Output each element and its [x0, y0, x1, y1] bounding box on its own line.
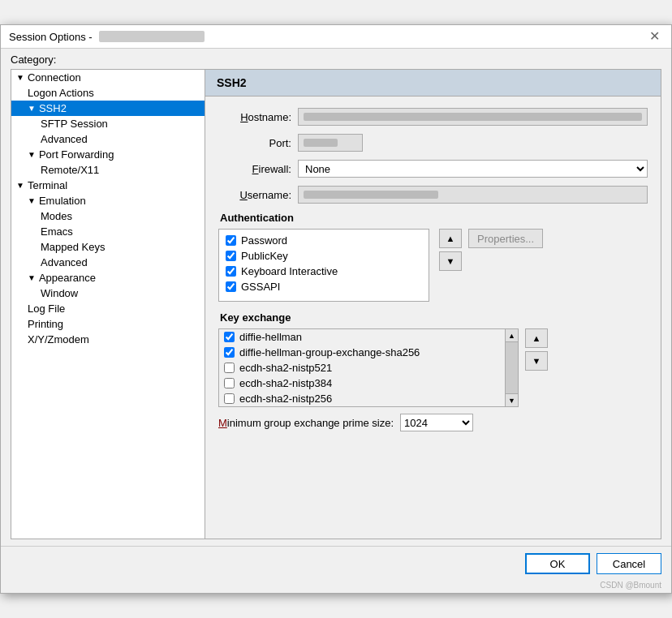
port-input[interactable] — [298, 134, 363, 152]
title-bar-left: Session Options - — [9, 31, 205, 43]
hostname-input[interactable] — [298, 108, 648, 126]
sidebar-item-port-forwarding[interactable]: ▼ Port Forwarding — [11, 147, 205, 162]
sidebar-item-ssh2[interactable]: ▼ SSH2 — [11, 101, 205, 116]
hostname-row: Hostname: — [218, 108, 648, 126]
sidebar-item-advanced-terminal[interactable]: Advanced — [11, 255, 205, 270]
dialog-title-redacted — [99, 31, 205, 42]
close-button[interactable]: ✕ — [646, 30, 663, 43]
auth-checkbox-gssapi[interactable] — [226, 281, 236, 292]
username-input[interactable] — [298, 186, 648, 204]
sidebar-item-label: Remote/X11 — [41, 164, 99, 176]
min-group-row: Minimum group exchange prime size: 512 1… — [218, 414, 648, 431]
sidebar-item-xy-zmodem[interactable]: X/Y/Zmodem — [11, 332, 205, 347]
auth-move-up-button[interactable]: ▲ — [439, 229, 462, 248]
kex-scroll-down-button[interactable]: ▼ — [506, 393, 518, 406]
kex-checkbox-ecdh521[interactable] — [224, 363, 235, 373]
username-row: Username: — [218, 186, 648, 204]
min-group-label: Minimum group exchange prime size: — [218, 417, 394, 429]
dialog-footer: OK Cancel — [1, 546, 671, 581]
sidebar-item-modes[interactable]: Modes — [11, 208, 205, 224]
kex-item-ecdh384: ecdh-sha2-nistp384 — [219, 376, 505, 391]
kex-scroll-up-button[interactable]: ▲ — [506, 329, 518, 342]
watermark: CSDN @Bmount — [1, 581, 671, 593]
auth-list: Password PublicKey Keyboard Interactive — [218, 229, 429, 302]
sidebar: ▼ Connection Logon Actions ▼ SSH2 SFTP S… — [11, 69, 205, 539]
sidebar-item-label: Window — [41, 287, 78, 299]
kex-label-dh-gex: diffie-hellman-group-exchange-sha256 — [239, 346, 420, 358]
kex-scroll-track — [506, 342, 518, 393]
kex-label-dh: diffie-hellman — [239, 331, 302, 343]
auth-item-publickey: PublicKey — [226, 250, 422, 262]
kex-item-dh: diffie-hellman — [219, 329, 505, 345]
kex-arrows: ▲ ▼ — [525, 328, 548, 371]
auth-label-gssapi: GSSAPI — [241, 281, 280, 293]
authentication-section: Authentication Password PublicKey — [218, 212, 648, 302]
auth-buttons: ▲ ▼ — [439, 229, 462, 271]
kex-checkbox-ecdh256[interactable] — [224, 393, 235, 404]
sidebar-item-label: Logon Actions — [28, 87, 94, 99]
sidebar-item-label: X/Y/Zmodem — [28, 333, 89, 345]
kex-item-ecdh521: ecdh-sha2-nistp521 — [219, 360, 505, 376]
sidebar-item-label: Terminal — [28, 179, 67, 191]
cancel-button[interactable]: Cancel — [597, 553, 661, 574]
authentication-row: Password PublicKey Keyboard Interactive — [218, 229, 648, 302]
sidebar-item-remote-x11[interactable]: Remote/X11 — [11, 162, 205, 178]
sidebar-item-label: SFTP Session — [41, 118, 108, 130]
kex-item-dh-gex: diffie-hellman-group-exchange-sha256 — [219, 345, 505, 360]
firewall-select[interactable]: None SOCKS4 SOCKS5 HTTP CONNECT — [298, 160, 648, 178]
hostname-redacted — [304, 113, 642, 121]
content-form: Hostname: Port: — [205, 97, 661, 453]
auth-checkbox-keyboard[interactable] — [226, 266, 236, 277]
sidebar-item-connection[interactable]: ▼ Connection — [11, 70, 205, 85]
title-bar: Session Options - ✕ — [1, 25, 671, 49]
sidebar-item-mapped-keys[interactable]: Mapped Keys — [11, 239, 205, 255]
sidebar-item-emulation[interactable]: ▼ Emulation — [11, 193, 205, 208]
sidebar-item-label: Advanced — [41, 133, 88, 145]
auth-label-publickey: PublicKey — [241, 250, 288, 262]
dialog-body: Category: ▼ Connection Logon Actions ▼ S… — [1, 49, 671, 593]
expand-icon: ▼ — [16, 73, 24, 82]
category-label: Category: — [1, 49, 671, 69]
sidebar-item-label: SSH2 — [39, 102, 67, 114]
firewall-row: Firewall: None SOCKS4 SOCKS5 HTTP CONNEC… — [218, 160, 648, 178]
session-options-dialog: Session Options - ✕ Category: ▼ Connecti… — [0, 24, 672, 594]
auth-checkbox-publickey[interactable] — [226, 251, 236, 261]
key-exchange-label: Key exchange — [218, 311, 648, 324]
kex-move-down-button[interactable]: ▼ — [525, 351, 548, 371]
sidebar-item-terminal[interactable]: ▼ Terminal — [11, 178, 205, 193]
kex-move-up-button[interactable]: ▲ — [525, 328, 548, 348]
sidebar-item-advanced-ssh2[interactable]: Advanced — [11, 131, 205, 147]
properties-button[interactable]: Properties... — [468, 229, 543, 248]
kex-list: diffie-hellman diffie-hellman-group-exch… — [219, 329, 505, 406]
auth-label-password: Password — [241, 234, 287, 247]
sidebar-item-window[interactable]: Window — [11, 285, 205, 301]
sidebar-item-logon-actions[interactable]: Logon Actions — [11, 85, 205, 101]
sidebar-item-label: Port Forwarding — [39, 148, 114, 161]
kex-checkbox-ecdh384[interactable] — [224, 378, 235, 388]
kex-checkbox-dh[interactable] — [224, 332, 235, 342]
auth-checkbox-password[interactable] — [226, 235, 236, 246]
sidebar-item-appearance[interactable]: ▼ Appearance — [11, 270, 205, 285]
sidebar-item-label: Mapped Keys — [41, 241, 106, 253]
port-label: Port: — [218, 137, 291, 149]
sidebar-item-log-file[interactable]: Log File — [11, 301, 205, 316]
kex-label-ecdh256: ecdh-sha2-nistp256 — [239, 393, 332, 405]
port-redacted — [304, 139, 338, 147]
sidebar-item-label: Modes — [41, 210, 72, 222]
expand-icon: ▼ — [28, 104, 36, 113]
ok-button[interactable]: OK — [525, 553, 590, 574]
kex-checkbox-dh-gex[interactable] — [224, 347, 235, 358]
sidebar-item-sftp-session[interactable]: SFTP Session — [11, 116, 205, 131]
authentication-label: Authentication — [218, 212, 648, 224]
content-area: SSH2 Hostname: Port: — [205, 69, 661, 539]
sidebar-item-label: Emulation — [39, 195, 86, 207]
min-group-select[interactable]: 512 1024 2048 4096 — [400, 414, 473, 431]
kex-row: diffie-hellman diffie-hellman-group-exch… — [218, 328, 648, 407]
expand-icon: ▼ — [28, 196, 36, 205]
hostname-label: Hostname: — [218, 111, 291, 123]
sidebar-item-emacs[interactable]: Emacs — [11, 224, 205, 239]
auth-move-down-button[interactable]: ▼ — [439, 251, 462, 271]
sidebar-item-printing[interactable]: Printing — [11, 316, 205, 332]
auth-item-gssapi: GSSAPI — [226, 281, 422, 293]
firewall-label: Firewall: — [218, 163, 291, 175]
